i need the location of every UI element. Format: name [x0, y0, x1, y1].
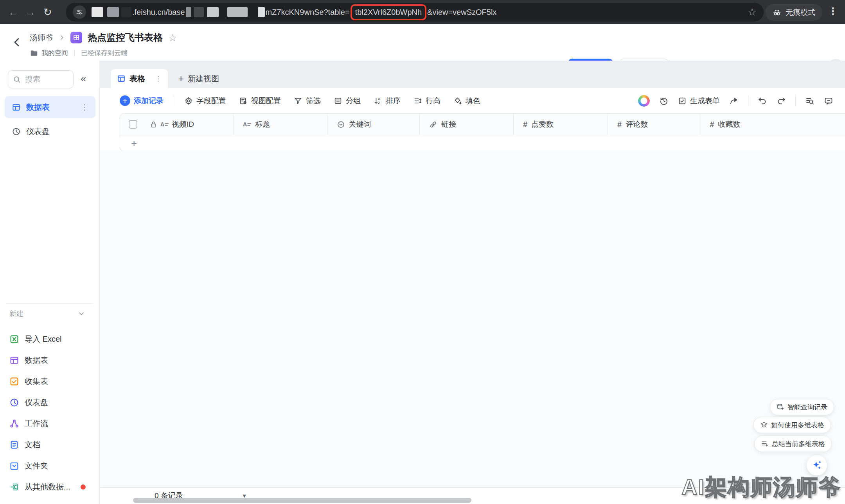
column-header-likes[interactable]: # 点赞数 — [514, 114, 608, 135]
sidebar-new-datasheet[interactable]: 数据表 — [9, 350, 95, 371]
notification-dot — [81, 484, 86, 490]
generate-form-button[interactable]: 生成表单 — [678, 96, 720, 106]
sidebar-new-folder[interactable]: 文件夹 — [9, 455, 95, 476]
filter-button[interactable]: 筛选 — [294, 96, 321, 106]
list-plus-icon — [761, 440, 769, 448]
column-header-title[interactable]: A 标题 — [234, 114, 327, 135]
filter-label: 筛选 — [306, 96, 321, 106]
url-table-id: tbl2XVrl6Z0bWpNh — [355, 8, 422, 16]
app-header: 汤师爷 热点监控飞书表格 ☆ 我的空间 已经保存到云端 分享 自动 — [0, 24, 845, 61]
sidebar-new-import-excel[interactable]: 导入 Excel — [9, 328, 95, 350]
view-config-button[interactable]: 视图配置 — [239, 96, 281, 106]
view-tab-label: 表格 — [129, 74, 145, 84]
column-label: 关键词 — [349, 119, 371, 129]
how-to-use-pill[interactable]: 如何使用多维表格 — [753, 417, 831, 433]
view-tab-grid[interactable]: 表格 ⋮ — [111, 69, 168, 88]
new-section-label: 新建 — [9, 309, 23, 318]
horizontal-scrollbar[interactable] — [133, 498, 471, 503]
undo-icon[interactable] — [758, 96, 767, 106]
smart-query-pill[interactable]: 智能查询记录 — [770, 399, 834, 415]
filter-funnel-icon — [294, 97, 302, 105]
redo-icon[interactable] — [777, 96, 786, 106]
sparkle-icon — [811, 460, 822, 471]
bookmark-star-icon[interactable]: ☆ — [748, 6, 757, 18]
divider — [74, 50, 75, 57]
item-menu-icon[interactable]: ⋮ — [81, 102, 88, 112]
text-field-icon: A — [243, 120, 251, 129]
svg-text:A: A — [243, 121, 247, 127]
url-redaction — [121, 7, 131, 17]
ai-gradient-icon[interactable] — [638, 95, 650, 107]
sidebar-new-form[interactable]: 收集表 — [9, 371, 95, 392]
item-label: 文件夹 — [25, 461, 48, 471]
item-label: 文档 — [25, 439, 40, 450]
history-icon[interactable] — [659, 96, 669, 106]
sidebar-new-workflow[interactable]: 工作流 — [9, 413, 95, 434]
sidebar-item-dashboard[interactable]: 仪表盘 — [12, 122, 50, 141]
summarize-pill[interactable]: 总结当前多维表格 — [754, 436, 832, 452]
item-label: 工作流 — [25, 418, 48, 429]
url-mid: mZ7kcKN9wnSe?table= — [266, 8, 350, 17]
save-status: 已经保存到云端 — [81, 48, 128, 57]
share-view-icon[interactable] — [729, 96, 739, 106]
plus-icon: + — [178, 74, 184, 84]
incognito-icon — [772, 8, 782, 17]
svg-text:Z: Z — [378, 101, 380, 105]
group-icon — [334, 97, 342, 105]
sidebar-item-datasheet[interactable]: 数据表 ⋮ — [5, 96, 95, 118]
sidebar-search[interactable] — [8, 70, 74, 88]
fill-color-button[interactable]: 填色 — [453, 96, 480, 106]
sidebar-new-document[interactable]: 文档 — [9, 434, 95, 455]
item-label: 从其他数据... — [25, 482, 70, 492]
plus-circle-icon: + — [120, 95, 130, 106]
sidebar-new-dashboard[interactable]: 仪表盘 — [9, 392, 95, 413]
document-icon — [9, 440, 19, 450]
add-row-button[interactable]: + — [120, 135, 845, 151]
sidebar-new-from-other-data[interactable]: 从其他数据... — [9, 476, 95, 497]
form-icon — [9, 377, 19, 386]
site-settings-icon[interactable] — [73, 5, 86, 19]
browser-reload-icon[interactable]: ↻ — [39, 6, 56, 18]
search-records-icon[interactable] — [805, 96, 814, 106]
datasheet-icon — [12, 103, 21, 112]
single-select-icon — [337, 120, 345, 129]
sidebar-new-section-header[interactable]: 新建 — [9, 309, 92, 318]
svg-text:A: A — [160, 121, 164, 127]
divider — [174, 95, 174, 106]
column-header-favorites[interactable]: # 收藏数 — [700, 114, 845, 135]
column-header-video-id[interactable]: A 视频ID — [120, 114, 234, 135]
breadcrumb-root[interactable]: 汤师爷 — [30, 32, 53, 43]
space-name[interactable]: 我的空间 — [41, 48, 68, 57]
favorite-star-icon[interactable]: ☆ — [168, 32, 177, 43]
dashboard-icon — [9, 398, 19, 407]
doc-back-icon[interactable] — [11, 35, 23, 49]
browser-back-icon[interactable]: ← — [5, 6, 22, 18]
select-all-checkbox[interactable] — [129, 120, 137, 129]
datasheet-icon — [9, 355, 19, 365]
column-label: 评论数 — [626, 119, 648, 129]
browser-forward-icon[interactable]: → — [22, 6, 39, 18]
view-menu-icon[interactable]: ⋮ — [155, 75, 162, 83]
sidebar-search-input[interactable] — [25, 75, 65, 84]
browser-menu-icon[interactable]: ⋮ — [828, 5, 838, 18]
group-button[interactable]: 分组 — [334, 96, 361, 106]
pill-label: 如何使用多维表格 — [771, 421, 824, 430]
field-config-button[interactable]: 字段配置 — [184, 96, 226, 106]
comment-icon[interactable] — [824, 96, 833, 106]
url-table-id-highlight: tbl2XVrl6Z0bWpNh — [351, 4, 426, 20]
sort-button[interactable]: A Z 排序 — [374, 96, 401, 106]
sidebar-collapse-icon[interactable]: « — [81, 73, 86, 85]
chevron-down-icon — [77, 310, 85, 317]
sidebar-new-list: 导入 Excel 数据表 收集表 仪表盘 工作流 — [9, 328, 95, 497]
link-icon — [429, 120, 437, 129]
add-record-button[interactable]: + 添加记录 — [120, 95, 164, 106]
bitable-app-icon — [70, 32, 82, 43]
plus-icon: + — [131, 138, 137, 148]
column-header-keyword[interactable]: 关键词 — [327, 114, 420, 135]
row-height-button[interactable]: 行高 — [414, 96, 440, 106]
column-header-link[interactable]: 链接 — [420, 114, 514, 135]
new-view-button[interactable]: + 新建视图 — [178, 69, 219, 88]
address-bar[interactable]: .feishu.cn/base mZ7kcKN9wnSe?table= tbl2… — [66, 3, 764, 22]
column-header-comments[interactable]: # 评论数 — [608, 114, 700, 135]
watermark: AI架构师汤师爷 — [681, 473, 841, 502]
